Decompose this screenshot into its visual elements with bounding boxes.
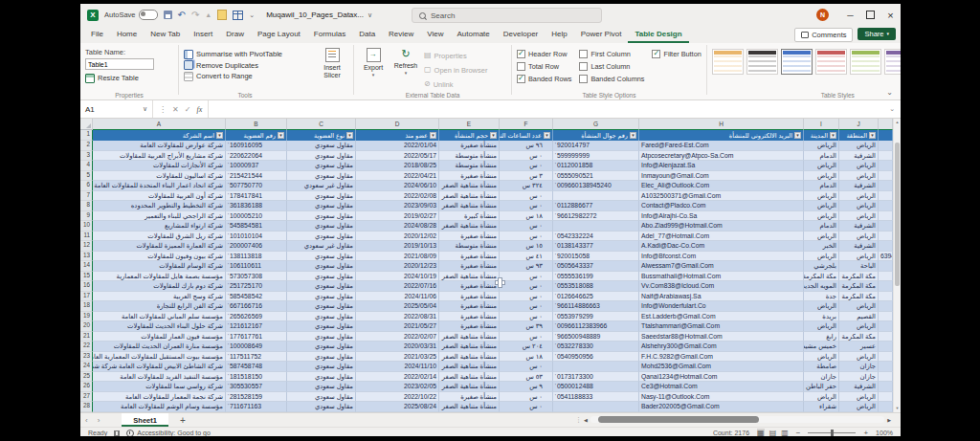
cell-C18[interactable]: مقاول سعودي [287,301,356,312]
cell-C10[interactable]: مقاول سعودي [287,221,356,232]
cell-D9[interactable]: 2019/02/27 [356,211,439,222]
cell-E3[interactable]: منشأة متوسطة [439,151,500,162]
row-header-25[interactable]: 25 [80,372,93,383]
cell-C11[interactable]: مقاول سعودي [287,232,356,242]
option-filter-button[interactable]: Filter Button [652,50,701,58]
row-header-15[interactable]: 15 [80,272,93,282]
cell-I28[interactable]: شقراء [804,402,839,412]
cell-A5[interactable]: شركة اساليون للمقاولات [93,171,226,182]
cell-C13[interactable]: مقاول سعودي [287,252,356,262]
cell-D3[interactable]: 2022/05/17 [356,151,439,162]
cell-K2[interactable] [879,141,893,151]
cell-K15[interactable] [879,272,893,282]
cell-G13[interactable]: 920015058 [553,252,639,262]
scroll-up-icon[interactable]: ▲ [894,119,901,126]
row-header-11[interactable]: 11 [80,232,93,242]
cell-I18[interactable]: الرياض [804,301,839,312]
row-header-3[interactable]: 3 [80,151,93,162]
new-note-icon[interactable] [217,10,227,20]
tab-developer[interactable]: Developer [497,26,545,43]
enter-icon[interactable]: ✓ [185,105,191,114]
filter-icon[interactable]: ▼ [490,132,497,139]
column-header-E[interactable]: E [439,119,500,130]
horizontal-scrollbar[interactable]: ⋮ ◀ ▶ [575,415,891,424]
filter-icon[interactable]: ▼ [346,132,353,139]
cell-B8[interactable]: 361836188 [226,201,287,211]
cell-E27[interactable]: منشأة صغيرة [439,392,500,403]
cell-A15[interactable]: مؤسسة بصمة هايل للمقاولات المعمارية [93,272,226,282]
cell-A9[interactable]: شركة الراجحي للبناء والتعمير [93,211,226,222]
cell-G21[interactable]: 966500948889 [553,332,639,342]
cell-E23[interactable]: منشأة متناهية الصغر [439,352,500,363]
row-header-2[interactable]: 2 [80,141,93,151]
cell-G10[interactable] [553,221,639,232]
cell-F27[interactable]: ٠ س [500,392,553,403]
cell-A19[interactable]: مؤسسة سلم المباني للمقاولات العامة [93,312,226,322]
cell-D23[interactable]: 2021/03/25 [356,352,439,363]
cell-F22[interactable]: ٢٠٤ س [500,342,553,352]
cell-E12[interactable]: منشأة متوسطة [439,241,500,252]
cell-B10[interactable]: 545854581 [226,221,287,232]
cell-J24[interactable]: جازان [839,362,879,372]
cell-D4[interactable]: 2018/08/25 [356,161,439,171]
cell-D5[interactable]: 2022/04/21 [356,171,439,182]
cell-C4[interactable]: مقاول سعودي [287,161,356,171]
cell-C3[interactable]: مقاول سعودي [287,151,356,162]
row-header-20[interactable]: 20 [80,321,93,332]
tab-draw[interactable]: Draw [219,26,251,43]
cell-K6[interactable] [879,181,893,191]
row-header-13[interactable]: 13 [80,252,93,262]
cell-E9[interactable]: منشأة كبيرة [439,211,500,222]
cell-K21[interactable] [879,332,893,342]
row-header-9[interactable]: 9 [80,211,93,222]
cell-B22[interactable]: 100008649 [226,342,287,352]
cell-F18[interactable]: ٠ س [500,301,553,312]
cell-A18[interactable]: شركة الفن الرابع للتجارة [93,301,226,312]
cell-G17[interactable]: 0126646625 [553,292,639,302]
row-header-12[interactable]: 12 [80,241,93,252]
column-header-k[interactable] [879,119,893,130]
cell-H5[interactable]: Inmayoun@Gmail.Com [639,171,804,182]
cell-H10[interactable]: Abo.Ziad999@Hotmail.Com [639,221,804,232]
cell-H2[interactable]: Fared@Fared-Est.Com [639,141,804,151]
cell-I6[interactable]: الدمام [804,181,839,191]
cell-J17[interactable]: مكة المكرمة [839,292,879,302]
zoom-slider[interactable] [808,432,856,433]
cell-F9[interactable]: ١٨ س [500,211,553,222]
cell-F21[interactable]: ٠ س [500,332,553,342]
tab-power-pivot[interactable]: Power Pivot [574,26,629,43]
tab-view[interactable]: View [420,26,450,43]
cell-G20[interactable]: 00966112383966 [553,321,639,332]
cell-A10[interactable]: شركة ارتواء للمشاريع [93,221,226,232]
cell-H14[interactable]: Alwessam7@Gmail.Com [639,261,804,272]
table-style-swatch-5[interactable] [850,49,881,75]
cell-B25[interactable]: 181518150 [226,372,287,383]
row-header-28[interactable]: 28 [80,402,93,412]
cell-H21[interactable]: Saeedstar88@Hotmail.Com [639,332,804,342]
cell-I15[interactable]: مكة المكرمة [804,272,839,282]
cell-J25[interactable]: جازان [839,372,879,383]
refresh-button[interactable]: ↻ Refresh ▾ [391,46,420,90]
cell-J3[interactable]: الشرقية [839,151,879,162]
cell-K12[interactable] [879,241,893,252]
tab-help[interactable]: Help [545,26,573,43]
horizontal-scroll-thumb[interactable] [598,416,759,423]
cell-E26[interactable]: منشأة متناهية الصغر [439,382,500,392]
cell-A11[interactable]: شركة ريل الشرق للمقاولات [93,232,226,242]
header-cell-I[interactable]: المدينة▼ [804,130,839,141]
cell-C8[interactable]: مقاول سعودي [287,201,356,211]
cell-D20[interactable]: 2021/05/27 [356,321,439,332]
cell-H24[interactable]: Mohd2536@Gmail.Com [639,362,804,372]
cell-I25[interactable]: جازان [804,372,839,383]
cell-K4[interactable] [879,161,893,171]
header-cell-k[interactable] [879,130,893,141]
cell-K11[interactable] [879,232,893,242]
column-header-F[interactable]: F [500,119,553,130]
new-sheet-button[interactable]: + [168,415,197,426]
cell-K8[interactable] [879,201,893,211]
cell-G5[interactable]: 0555090521 [553,171,639,182]
header-cell-E[interactable]: حجم المنشأة▼ [439,130,500,141]
cell-B19[interactable]: 265626569 [226,312,287,322]
cell-F24[interactable]: ٠ س [500,362,553,372]
cell-D14[interactable]: 2020/12/23 [356,261,439,272]
